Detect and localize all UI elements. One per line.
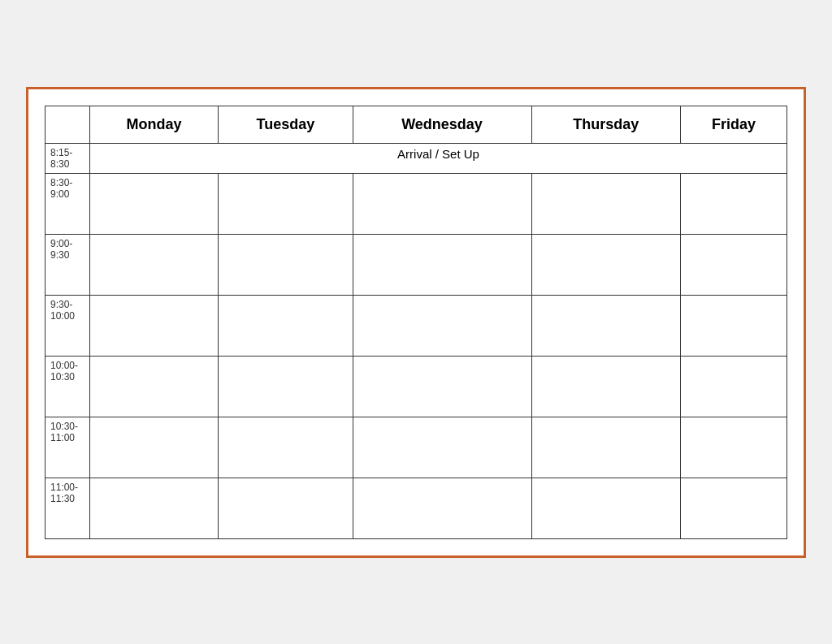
cell-fri-930 (681, 295, 787, 356)
cell-mon-1000 (90, 356, 219, 417)
cell-fri-900 (681, 234, 787, 295)
cell-thu-1000 (531, 356, 681, 417)
arrival-label: Arrival / Set Up (90, 143, 787, 173)
cell-wed-830 (353, 173, 531, 234)
header-friday: Friday (681, 106, 787, 143)
schedule-table: Monday Tuesday Wednesday Thursday Friday… (45, 106, 787, 539)
arrival-row: 8:15-8:30 Arrival / Set Up (46, 143, 787, 173)
cell-fri-1000 (681, 356, 787, 417)
header-wednesday: Wednesday (353, 106, 531, 143)
time-1000-1030: 10:00-10:30 (46, 356, 90, 417)
cell-mon-1030 (90, 417, 219, 478)
cell-thu-1030 (531, 417, 681, 478)
cell-fri-1100 (681, 478, 787, 538)
cell-fri-1030 (681, 417, 787, 478)
cell-mon-930 (90, 295, 219, 356)
cell-tue-1000 (219, 356, 353, 417)
time-815-830: 8:15-8:30 (46, 143, 90, 173)
time-930-1000: 9:30-10:00 (46, 295, 90, 356)
cell-thu-830 (531, 173, 681, 234)
row-930-1000: 9:30-10:00 (46, 295, 787, 356)
cell-wed-1100 (353, 478, 531, 538)
row-830-900: 8:30-9:00 (46, 173, 787, 234)
row-1000-1030: 10:00-10:30 (46, 356, 787, 417)
row-1030-1100: 10:30-11:00 (46, 417, 787, 478)
cell-mon-1100 (90, 478, 219, 538)
cell-tue-930 (219, 295, 353, 356)
cell-mon-900 (90, 234, 219, 295)
header-monday: Monday (90, 106, 219, 143)
row-900-930: 9:00-9:30 (46, 234, 787, 295)
time-900-930: 9:00-9:30 (46, 234, 90, 295)
cell-fri-830 (681, 173, 787, 234)
cell-tue-1100 (219, 478, 353, 538)
cell-wed-930 (353, 295, 531, 356)
cell-mon-830 (90, 173, 219, 234)
header-thursday: Thursday (531, 106, 681, 143)
cell-wed-1030 (353, 417, 531, 478)
cell-tue-830 (219, 173, 353, 234)
cell-thu-930 (531, 295, 681, 356)
time-1100-1130: 11:00-11:30 (46, 478, 90, 538)
time-1030-1100: 10:30-11:00 (46, 417, 90, 478)
cell-tue-900 (219, 234, 353, 295)
time-830-900: 8:30-9:00 (46, 173, 90, 234)
page-wrapper: Monday Tuesday Wednesday Thursday Friday… (26, 87, 806, 558)
header-time-cell (46, 106, 90, 143)
cell-wed-1000 (353, 356, 531, 417)
cell-tue-1030 (219, 417, 353, 478)
cell-thu-1100 (531, 478, 681, 538)
cell-wed-900 (353, 234, 531, 295)
cell-thu-900 (531, 234, 681, 295)
row-1100-1130: 11:00-11:30 (46, 478, 787, 538)
header-tuesday: Tuesday (219, 106, 353, 143)
